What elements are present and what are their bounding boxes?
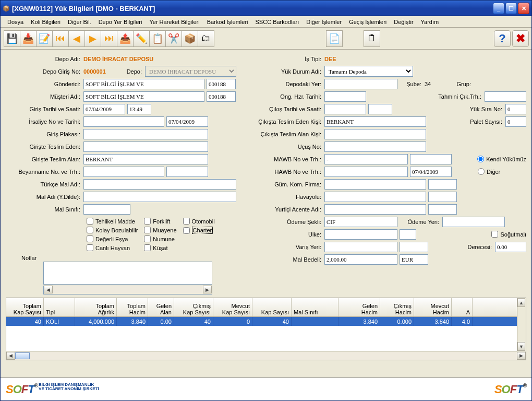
grid-header[interactable]: Mal Sınıfı — [292, 298, 338, 316]
toolbar-btn-15[interactable]: 🗒 — [364, 30, 380, 47]
ucus-no-input[interactable] — [324, 141, 426, 152]
menu-barkod[interactable]: Barkod İşlemleri — [203, 18, 252, 26]
giris-saati-input[interactable] — [127, 104, 151, 114]
cut-icon[interactable]: ✂️ — [165, 30, 182, 47]
ong-hzr-input[interactable] — [324, 91, 366, 102]
check-degerli[interactable]: Değerli Eşya — [87, 235, 138, 242]
beyanname-no-input[interactable] — [83, 167, 164, 177]
check-otomobil[interactable]: Otomobil — [183, 218, 215, 225]
ulke-input[interactable] — [324, 229, 397, 240]
giriste-teslim-alan-input[interactable] — [83, 154, 208, 164]
grid-header[interactable]: Çıkmış Kap Sayısı — [174, 298, 213, 316]
hawb-tarih-input[interactable] — [410, 167, 452, 177]
cikista-teslim-eden-input[interactable] — [324, 116, 426, 127]
mal-bedeli-doviz-input[interactable] — [400, 254, 428, 265]
close-button[interactable]: ✕ — [518, 3, 529, 14]
cikista-teslim-alan-input[interactable] — [324, 129, 426, 139]
mal-sinifi-input[interactable] — [83, 204, 130, 215]
notes-scroll-right[interactable]: ▶ — [203, 286, 212, 293]
save-icon[interactable]: 💾 — [4, 30, 20, 47]
minimize-button[interactable]: _ — [493, 3, 504, 14]
toolbar-btn-9[interactable]: ✏️ — [133, 30, 150, 47]
grid-scroll-left[interactable]: ◀ — [6, 352, 15, 360]
yuk-durum-select[interactable]: Tamamı Depoda — [324, 66, 413, 77]
depodaki-yer-input[interactable] — [324, 79, 397, 89]
giriste-teslim-eden-input[interactable] — [83, 141, 208, 152]
hawb-no-input[interactable] — [324, 167, 408, 177]
table-row[interactable]: 40KOLI4,000.0003.8400.00400403.8400.0003… — [6, 317, 526, 326]
check-canli[interactable]: Canlı Hayvan — [87, 244, 138, 251]
check-kolay[interactable]: Kolay Bozulabilir — [87, 227, 138, 233]
menu-koli[interactable]: Koli Bilgileri — [27, 18, 64, 26]
derecesi-input[interactable] — [495, 242, 526, 252]
grid-scroll-thumb[interactable] — [15, 352, 30, 359]
grid-header[interactable]: Toplam Ağırlık — [75, 298, 117, 316]
tahmini-cik-input[interactable] — [485, 91, 526, 102]
mawb-no-input[interactable] — [324, 154, 408, 164]
notlar-textarea[interactable] — [43, 262, 212, 285]
gum-kom-kod-input[interactable] — [428, 179, 457, 190]
toolbar-btn-10[interactable]: 📋 — [149, 30, 166, 47]
yurtici-acente-kod-input[interactable] — [428, 204, 457, 215]
grid-header[interactable]: Tipi — [44, 298, 75, 316]
grid-header[interactable]: Toplam Hacim — [117, 298, 148, 316]
radio-diger[interactable]: Diğer — [478, 168, 526, 175]
toolbar-btn-8[interactable]: 📤 — [117, 30, 134, 47]
menu-yer-hareket[interactable]: Yer Hareket Bilgileri — [146, 18, 203, 26]
toolbar-btn-3[interactable]: 📝 — [36, 30, 53, 47]
gonderici-input[interactable] — [83, 79, 204, 89]
menu-degistir[interactable]: Değiştir — [390, 18, 417, 26]
grid-header[interactable]: Toplam Kap Sayısı — [6, 298, 44, 316]
giris-plaka-input[interactable] — [83, 129, 208, 139]
first-icon[interactable]: ⏮ — [52, 30, 69, 47]
radio-kendi-yuk[interactable]: Kendi Yükümüz — [477, 156, 526, 162]
check-sogutmali[interactable]: Soğutmalı — [491, 231, 526, 238]
giris-tarihi-input[interactable] — [83, 104, 125, 114]
cikis-saati-input[interactable] — [368, 104, 392, 114]
toolbar-btn-13[interactable]: 🗂 — [198, 30, 214, 47]
havayolu-input[interactable] — [324, 192, 426, 202]
irsaliye-tarih-input[interactable] — [166, 116, 208, 127]
menu-sscc[interactable]: SSCC Barkodları — [252, 18, 303, 26]
grid-header[interactable]: Kap Sayısı — [252, 298, 292, 316]
gonderici-kod-input[interactable] — [207, 79, 236, 89]
turkce-mal-input[interactable] — [83, 179, 236, 190]
prev-icon[interactable]: ◀ — [68, 30, 85, 47]
odeme-sekli-input[interactable] — [324, 217, 397, 227]
varis-yeri-input[interactable] — [324, 242, 397, 252]
musteri-kod-input[interactable] — [207, 91, 236, 102]
menu-yardim[interactable]: Yardım — [417, 18, 443, 26]
grid-header[interactable]: Gelen Alan — [148, 298, 174, 316]
grid-header[interactable]: Mevcut Hacim — [414, 298, 452, 316]
grid-scroll-down[interactable]: ▼ — [517, 342, 525, 351]
toolbar-btn-14[interactable]: 📄 — [326, 30, 343, 47]
varis-yeri-kod-input[interactable] — [400, 242, 428, 252]
gum-kom-input[interactable] — [324, 179, 426, 190]
depo-select[interactable]: DEMO İHRACAT DEPOSU — [145, 66, 236, 77]
mal-ydilde-input[interactable] — [83, 192, 236, 202]
irsaliye-no-input[interactable] — [83, 116, 164, 127]
grid-header[interactable]: Mevcut Kap Sayısı — [213, 298, 252, 316]
musteri-input[interactable] — [83, 91, 204, 102]
menu-diger-islemler[interactable]: Diğer İşlemler — [303, 18, 345, 26]
help-icon[interactable]: ? — [494, 30, 511, 47]
beyanname-tarih-input[interactable] — [166, 167, 208, 177]
grid-header[interactable]: Gelen Hacim — [338, 298, 380, 316]
yurtici-acente-input[interactable] — [324, 204, 426, 215]
maximize-button[interactable]: ☐ — [505, 3, 517, 14]
check-muayene[interactable]: Muayene — [144, 227, 176, 233]
grid-scroll-up[interactable]: ▲ — [517, 298, 525, 307]
menu-dosya[interactable]: Dosya — [4, 18, 27, 26]
menu-depo-yer[interactable]: Depo Yer Bilgileri — [95, 18, 146, 26]
mal-bedeli-input[interactable] — [324, 254, 397, 265]
grid-header[interactable]: Çıkmış Hacim — [380, 298, 414, 316]
notes-scroll-left[interactable]: ◀ — [44, 286, 53, 293]
ulke-kod-input[interactable] — [400, 229, 416, 240]
havayolu-kod-input[interactable] — [428, 192, 457, 202]
menu-gecis[interactable]: Geçiş İşlemleri — [345, 18, 390, 26]
cikis-tarihi-input[interactable] — [324, 104, 366, 114]
toolbar-btn-2[interactable]: 📥 — [20, 30, 37, 47]
grid-scroll-right[interactable]: ▶ — [517, 352, 526, 360]
next-icon[interactable]: ▶ — [84, 30, 101, 47]
check-numune[interactable]: Numune — [144, 235, 176, 242]
